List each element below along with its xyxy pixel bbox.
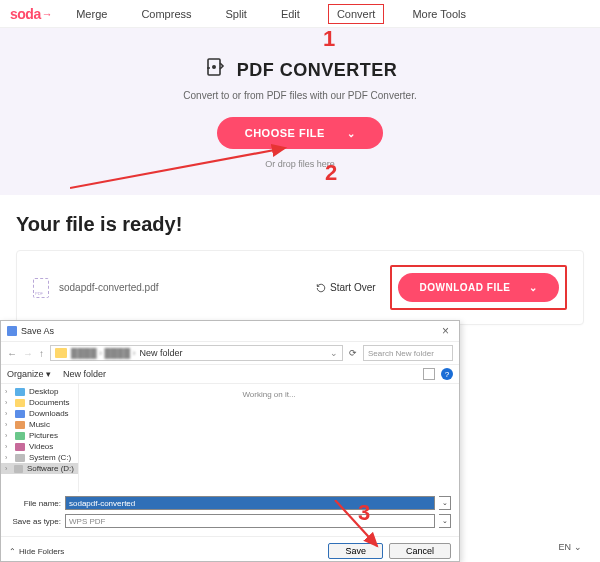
tree-music[interactable]: ›Music: [1, 419, 78, 430]
start-over-button[interactable]: Start Over: [316, 282, 376, 293]
working-message: Working on it...: [242, 390, 295, 399]
folder-icon: [55, 348, 67, 358]
svg-point-1: [213, 66, 215, 68]
chevron-down-icon: ⌄: [347, 128, 356, 139]
view-options-button[interactable]: [423, 368, 435, 380]
pdf-file-icon: [33, 278, 49, 298]
savetype-label: Save as type:: [9, 517, 61, 526]
chevron-up-icon: ⌃: [9, 547, 16, 556]
up-button[interactable]: ↑: [39, 348, 44, 359]
save-icon: [7, 326, 17, 336]
forward-button[interactable]: →: [23, 348, 33, 359]
annotation-3: 3: [358, 500, 370, 526]
hero-subtitle: Convert to or from PDF files with our PD…: [0, 90, 600, 101]
nav-edit[interactable]: Edit: [275, 4, 306, 24]
refresh-button[interactable]: ⟳: [349, 348, 357, 358]
savetype-input[interactable]: [65, 514, 435, 528]
dialog-footer: ⌃ Hide Folders Save Cancel: [1, 536, 459, 562]
dialog-navbar: ← → ↑ ████ › ████ › New folder ⌄ ⟳ Searc…: [1, 341, 459, 365]
save-as-dialog: Save As × ← → ↑ ████ › ████ › New folder…: [0, 320, 460, 562]
tree-documents[interactable]: ›Documents: [1, 397, 78, 408]
annotation-2: 2: [325, 160, 337, 186]
chevron-down-icon: ⌄: [574, 542, 582, 552]
dialog-fields: File name: ⌄ Save as type: ⌄: [1, 492, 459, 536]
back-button[interactable]: ←: [7, 348, 17, 359]
logo-text: soda: [10, 6, 41, 22]
chevron-down-icon: ⌄: [529, 282, 538, 293]
language-selector[interactable]: EN ⌄: [558, 542, 582, 552]
file-list-pane: Working on it...: [79, 384, 459, 492]
filename-label: File name:: [9, 499, 61, 508]
dialog-toolbar: Organize ▾ New folder ?: [1, 365, 459, 384]
logo-arrow-icon: →: [42, 8, 53, 20]
choose-file-label: CHOOSE FILE: [245, 127, 325, 139]
folder-tree: ›Desktop ›Documents ›Downloads ›Music ›P…: [1, 384, 79, 492]
nav-split[interactable]: Split: [220, 4, 253, 24]
search-placeholder: Search New folder: [368, 349, 434, 358]
logo[interactable]: soda →: [10, 6, 52, 22]
top-header: soda → Merge Compress Split Edit Convert…: [0, 0, 600, 28]
tree-system-c[interactable]: ›System (C:): [1, 452, 78, 463]
path-bar[interactable]: ████ › ████ › New folder ⌄: [50, 345, 343, 361]
drop-files-hint: Or drop files here: [0, 159, 600, 169]
dialog-body: ›Desktop ›Documents ›Downloads ›Music ›P…: [1, 384, 459, 492]
path-segment: ████ › ████ ›: [71, 348, 136, 358]
new-folder-button[interactable]: New folder: [63, 369, 106, 379]
download-file-button[interactable]: DOWNLOAD FILE ⌄: [398, 273, 559, 302]
ready-section: Your file is ready! sodapdf-converted.pd…: [0, 195, 600, 335]
start-over-label: Start Over: [330, 282, 376, 293]
pdf-converter-icon: [203, 56, 227, 84]
help-icon[interactable]: ?: [441, 368, 453, 380]
dialog-titlebar: Save As ×: [1, 321, 459, 341]
ready-title: Your file is ready!: [16, 213, 584, 236]
organize-menu[interactable]: Organize ▾: [7, 369, 51, 379]
choose-file-button[interactable]: CHOOSE FILE ⌄: [217, 117, 384, 149]
search-input[interactable]: Search New folder: [363, 345, 453, 361]
chevron-down-icon[interactable]: ⌄: [330, 348, 338, 358]
close-button[interactable]: ×: [438, 324, 453, 338]
annotation-1: 1: [323, 26, 335, 52]
hero-section: PDF CONVERTER Convert to or from PDF fil…: [0, 28, 600, 195]
tree-desktop[interactable]: ›Desktop: [1, 386, 78, 397]
nav-convert[interactable]: Convert: [328, 4, 385, 24]
filename-dropdown[interactable]: ⌄: [439, 496, 451, 510]
restart-icon: [316, 283, 326, 293]
ready-card: sodapdf-converted.pdf Start Over DOWNLOA…: [16, 250, 584, 325]
nav-compress[interactable]: Compress: [135, 4, 197, 24]
savetype-dropdown[interactable]: ⌄: [439, 514, 451, 528]
converted-filename: sodapdf-converted.pdf: [59, 282, 159, 293]
file-info: sodapdf-converted.pdf: [33, 278, 159, 298]
dialog-title: Save As: [21, 326, 54, 336]
tree-downloads[interactable]: ›Downloads: [1, 408, 78, 419]
tree-pictures[interactable]: ›Pictures: [1, 430, 78, 441]
language-label: EN: [558, 542, 571, 552]
nav-merge[interactable]: Merge: [70, 4, 113, 24]
save-button[interactable]: Save: [328, 543, 383, 559]
tree-videos[interactable]: ›Videos: [1, 441, 78, 452]
download-highlight-box: DOWNLOAD FILE ⌄: [390, 265, 567, 310]
main-nav: Merge Compress Split Edit Convert More T…: [70, 4, 472, 24]
cancel-button[interactable]: Cancel: [389, 543, 451, 559]
path-current: New folder: [140, 348, 183, 358]
filename-input[interactable]: [65, 496, 435, 510]
download-file-label: DOWNLOAD FILE: [420, 282, 511, 293]
hide-folders-toggle[interactable]: ⌃ Hide Folders: [9, 547, 64, 556]
tree-software-d[interactable]: ›Software (D:): [1, 463, 78, 474]
nav-more-tools[interactable]: More Tools: [406, 4, 472, 24]
hero-title: PDF CONVERTER: [237, 60, 398, 81]
